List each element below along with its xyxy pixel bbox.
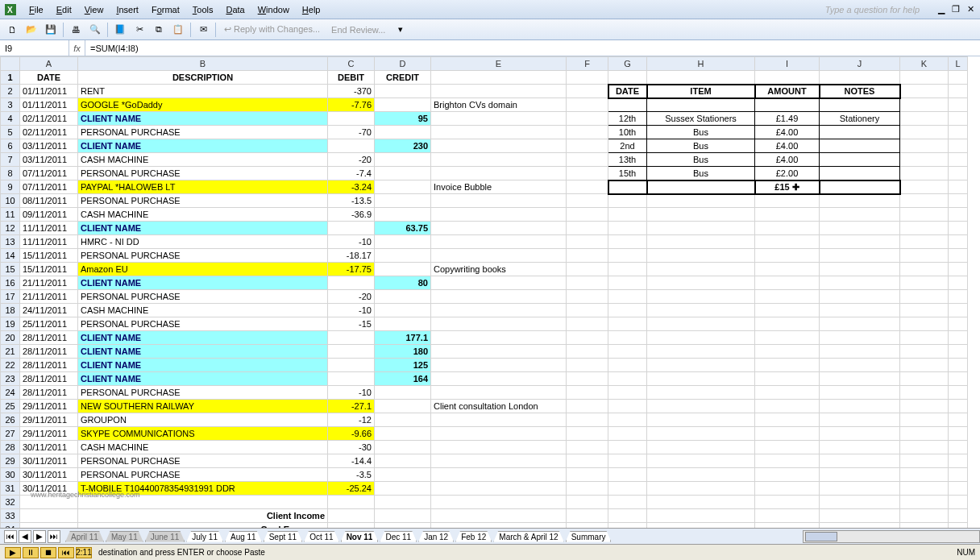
cell-date[interactable]: 08/11/2011 [20,194,78,208]
scrollbar-thumb[interactable] [805,532,837,541]
cell-note[interactable]: Copywriting books [431,263,567,276]
cell-desc[interactable]: CASH MACHINE [78,208,328,222]
cell[interactable] [647,290,755,304]
cell[interactable] [949,208,968,222]
cell-debit[interactable]: -18.17 [328,249,375,263]
tab-last-icon[interactable]: ⏭ [48,530,60,543]
cell[interactable] [900,482,949,496]
side-amount[interactable]: £4.00 [755,139,820,153]
cell-date[interactable]: 01/11/2011 [20,98,78,112]
cell-debit[interactable]: -10 [328,386,375,400]
cell-desc[interactable]: PERSONAL PURCHASE [78,290,328,304]
row-header[interactable]: 7 [1,153,20,167]
row-header[interactable]: 24 [1,386,20,400]
cell-debit[interactable] [328,112,375,126]
cell[interactable] [608,222,647,235]
cell[interactable] [608,509,647,523]
side-date[interactable]: 15th [608,167,647,180]
cell[interactable] [647,468,755,482]
cell-desc[interactable]: RENT [78,85,328,98]
sheet-tab[interactable]: June 11 [145,531,185,542]
cell-note[interactable] [431,222,567,235]
side-item[interactable]: Sussex Stationers [647,112,755,126]
menu-file[interactable]: File [23,3,50,16]
cell-debit[interactable]: -370 [328,85,375,98]
cell[interactable] [647,345,755,359]
side-hdr-item[interactable]: ITEM [647,85,755,98]
cell[interactable] [647,71,755,85]
cell[interactable] [900,208,949,222]
tab-next-icon[interactable]: ▶ [33,530,46,543]
cell-date[interactable]: 07/11/2011 [20,180,78,194]
cell[interactable] [949,509,968,523]
row-header[interactable]: 29 [1,454,20,468]
cell-date[interactable]: 28/11/2011 [20,331,78,345]
cell[interactable] [567,413,608,427]
cell-date[interactable]: 01/11/2011 [20,85,78,98]
row-header[interactable]: 13 [1,235,20,249]
cell[interactable] [755,290,820,304]
cell[interactable] [949,345,968,359]
cell-credit[interactable] [375,427,431,441]
cell-note[interactable] [431,386,567,400]
cell-date[interactable]: 29/11/2011 [20,427,78,441]
cell-desc[interactable]: HMRC - NI DD [78,235,328,249]
cell[interactable] [647,400,755,413]
row-header[interactable]: 20 [1,331,20,345]
menu-format[interactable]: Format [145,3,186,16]
side-notes[interactable] [820,153,900,167]
side-item[interactable]: Bus [647,153,755,167]
cell[interactable] [900,167,949,180]
cell[interactable] [900,345,949,359]
cell[interactable] [647,372,755,386]
menu-view[interactable]: View [78,3,110,16]
cell[interactable] [567,208,608,222]
cell-desc[interactable]: PERSONAL PURCHASE [78,454,328,468]
cell-credit[interactable]: 95 [375,112,431,126]
cell[interactable] [755,509,820,523]
cell[interactable] [900,427,949,441]
cell-desc[interactable]: PERSONAL PURCHASE [78,386,328,400]
cell-date[interactable]: 15/11/2011 [20,249,78,263]
row-header[interactable]: 8 [1,167,20,180]
cell-debit[interactable]: -14.4 [328,454,375,468]
cell-note[interactable] [431,304,567,317]
cell[interactable] [949,126,968,139]
cell[interactable] [949,222,968,235]
cell[interactable] [608,235,647,249]
cell[interactable] [900,359,949,372]
mail-icon[interactable]: ✉ [194,21,212,39]
cell-date[interactable]: 21/11/2011 [20,290,78,304]
cell-debit[interactable]: -36.9 [328,208,375,222]
cell[interactable] [949,180,968,194]
cell[interactable] [567,153,608,167]
toolbar-options-icon[interactable]: ▾ [392,21,409,39]
cell[interactable]: DESCRIPTION [78,71,328,85]
cell[interactable] [647,496,755,509]
cell[interactable] [949,400,968,413]
cell[interactable] [820,194,900,208]
cell[interactable] [567,509,608,523]
row-header[interactable]: 32 [1,496,20,509]
cell-debit[interactable]: -3.5 [328,468,375,482]
cell[interactable] [820,180,900,194]
cell[interactable] [900,235,949,249]
cell[interactable] [608,468,647,482]
cell-date[interactable]: 29/11/2011 [20,400,78,413]
cell[interactable] [608,249,647,263]
cell[interactable] [820,441,900,454]
cell[interactable] [647,331,755,345]
sheet-tab[interactable]: Jan 12 [418,531,454,542]
col-I[interactable]: I [755,57,820,71]
cell[interactable] [647,482,755,496]
cell-debit[interactable] [328,359,375,372]
cell-desc[interactable]: CLIENT NAME [78,345,328,359]
research-icon[interactable]: 📘 [111,21,129,39]
cell-desc[interactable]: CLIENT NAME [78,276,328,290]
cell-credit[interactable] [375,126,431,139]
cell[interactable] [900,112,949,126]
cell-note[interactable] [431,317,567,331]
cell[interactable] [820,496,900,509]
col-L[interactable]: L [949,57,968,71]
cell-credit[interactable] [375,180,431,194]
